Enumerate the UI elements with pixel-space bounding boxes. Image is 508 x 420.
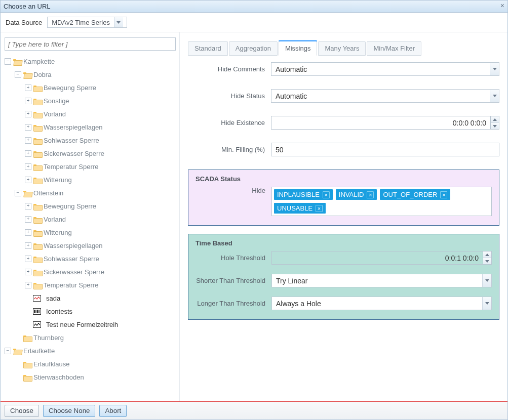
datasource-row: Data Source MDAv2 Time Series: [1, 13, 507, 32]
tabs: Standard Aggregation Missings Many Years…: [188, 40, 499, 55]
tree-node-dobra[interactable]: Dobra: [33, 71, 51, 78]
tree-node[interactable]: Sickerwasser Sperre: [44, 268, 104, 276]
min-filling-input[interactable]: [271, 143, 499, 156]
folder-icon: [33, 150, 42, 157]
collapse-icon[interactable]: −: [15, 71, 21, 78]
folder-open-icon: [23, 190, 31, 196]
hide-status-select[interactable]: Automatic: [271, 89, 499, 103]
expand-icon[interactable]: +: [25, 282, 31, 288]
tree-node-erlaufkette[interactable]: Erlaufkette: [23, 347, 55, 355]
timebased-title: Time Based: [196, 239, 492, 247]
spinner-down-icon[interactable]: [491, 123, 499, 129]
tree-node[interactable]: Sickerwasser Sperre: [44, 150, 104, 157]
tree-node-thurnberg[interactable]: Thurnberg: [33, 334, 64, 342]
expand-icon[interactable]: +: [25, 98, 31, 104]
tree-pane: − Kampkette − Dobra +Bewe: [1, 32, 180, 401]
choose-button[interactable]: Choose: [5, 405, 39, 417]
hole-threshold-spinner[interactable]: 0:0:1 0:0:0: [271, 251, 492, 265]
tree-leaf[interactable]: Test neue Formelzeitreih: [46, 321, 118, 328]
remove-tag-icon[interactable]: ×: [440, 191, 447, 198]
expand-icon[interactable]: +: [25, 256, 31, 262]
spinner-up-icon[interactable]: [491, 116, 499, 123]
hide-comments-select[interactable]: Automatic: [271, 62, 499, 76]
tree-node[interactable]: Wasserspiegellagen: [44, 123, 103, 131]
tree-node[interactable]: Witterung: [44, 229, 72, 236]
tag-label: INVALID: [339, 191, 364, 198]
tree-node[interactable]: Sohlwasser Sperre: [44, 255, 99, 263]
shorter-threshold-label: Shorter Than Threshold: [196, 277, 271, 284]
expand-icon[interactable]: +: [25, 177, 31, 183]
chevron-down-icon[interactable]: [482, 274, 491, 287]
chevron-down-icon[interactable]: [482, 297, 491, 310]
tree-node[interactable]: Bewegung Sperre: [44, 202, 96, 210]
dialog-window: Choose an URL × Data Source MDAv2 Time S…: [0, 0, 508, 420]
tree-node[interactable]: Temperatur Sperre: [44, 281, 98, 289]
tree-filter-input[interactable]: [5, 37, 176, 51]
expand-icon[interactable]: +: [25, 137, 31, 144]
scada-hide-label: Hide: [196, 187, 271, 194]
tag-label: UNUSABLE: [277, 204, 312, 212]
scada-hide-tagbox[interactable]: INPLAUSIBLE×INVALID×OUT_OF_ORDER×UNUSABL…: [271, 187, 492, 216]
folder-open-icon: [13, 348, 21, 354]
choose-none-button[interactable]: Choose None: [43, 405, 96, 417]
chevron-down-icon[interactable]: [490, 63, 499, 75]
close-icon[interactable]: ×: [500, 2, 504, 10]
min-filling-label: Min. Filling (%): [188, 146, 271, 153]
hide-existence-spinner[interactable]: 0:0:0 0:0:0: [271, 116, 499, 130]
tree-node[interactable]: Sohlwasser Sperre: [44, 137, 99, 144]
spinner-down-icon[interactable]: [483, 258, 491, 264]
window-title: Choose an URL: [4, 3, 51, 10]
tree-leaf[interactable]: Icontests: [46, 308, 72, 315]
folder-icon: [33, 98, 42, 104]
expand-icon[interactable]: +: [25, 242, 31, 249]
tab-many-years[interactable]: Many Years: [318, 41, 366, 56]
tree-node[interactable]: Bewegung Sperre: [44, 84, 96, 92]
expand-icon[interactable]: +: [25, 216, 31, 223]
tree-node[interactable]: Sonstige: [44, 97, 69, 105]
tree-node[interactable]: Witterung: [44, 176, 72, 184]
spinner-up-icon[interactable]: [483, 251, 491, 258]
expand-icon[interactable]: +: [25, 203, 31, 209]
footer: Choose Choose None Abort: [1, 401, 507, 419]
tab-aggregation[interactable]: Aggregation: [229, 41, 278, 56]
expand-icon[interactable]: +: [25, 163, 31, 170]
tree-node[interactable]: Vorland: [44, 110, 66, 118]
collapse-icon[interactable]: −: [15, 190, 21, 196]
shorter-threshold-select[interactable]: Try Linear: [271, 274, 492, 287]
folder-icon: [33, 85, 42, 91]
tree-node[interactable]: Erlaufklause: [33, 360, 70, 368]
folder-icon: [33, 177, 42, 183]
expand-icon[interactable]: +: [25, 85, 31, 91]
tree-node[interactable]: Wasserspiegellagen: [44, 242, 103, 249]
tab-minmax-filter[interactable]: Min/Max Filter: [367, 41, 421, 56]
tree-node[interactable]: Temperatur Sperre: [44, 163, 98, 171]
chevron-down-icon[interactable]: [490, 90, 499, 102]
collapse-icon[interactable]: −: [5, 348, 11, 354]
chevron-down-icon[interactable]: [114, 17, 123, 27]
expand-icon[interactable]: +: [25, 111, 31, 117]
folder-icon: [33, 282, 42, 288]
expand-icon[interactable]: +: [25, 150, 31, 157]
datasource-select[interactable]: MDAv2 Time Series: [47, 17, 127, 28]
tree-node[interactable]: Stierwaschboden: [33, 373, 84, 381]
remove-tag-icon[interactable]: ×: [316, 205, 323, 212]
scada-tag: INPLAUSIBLE×: [274, 189, 333, 200]
abort-button[interactable]: Abort: [99, 405, 127, 417]
tree-leaf[interactable]: sada: [46, 295, 60, 302]
expand-icon[interactable]: +: [25, 269, 31, 275]
longer-threshold-label: Longer Than Threshold: [196, 300, 271, 307]
hole-threshold-label: Hole Threshold: [196, 254, 271, 262]
tab-standard[interactable]: Standard: [188, 41, 228, 56]
collapse-icon[interactable]: −: [5, 58, 11, 65]
expand-icon[interactable]: +: [25, 229, 31, 236]
remove-tag-icon[interactable]: ×: [323, 191, 330, 198]
remove-tag-icon[interactable]: ×: [367, 191, 374, 198]
tree-node-ottenstein[interactable]: Ottenstein: [33, 189, 63, 197]
longer-threshold-select[interactable]: Always a Hole: [271, 297, 492, 310]
folder-icon: [33, 203, 42, 209]
tab-missings[interactable]: Missings: [279, 41, 318, 56]
tree-node-kampkette[interactable]: Kampkette: [23, 58, 55, 65]
expand-icon[interactable]: +: [25, 124, 31, 131]
tree-node[interactable]: Vorland: [44, 216, 66, 223]
scada-tag: INVALID×: [336, 189, 377, 200]
